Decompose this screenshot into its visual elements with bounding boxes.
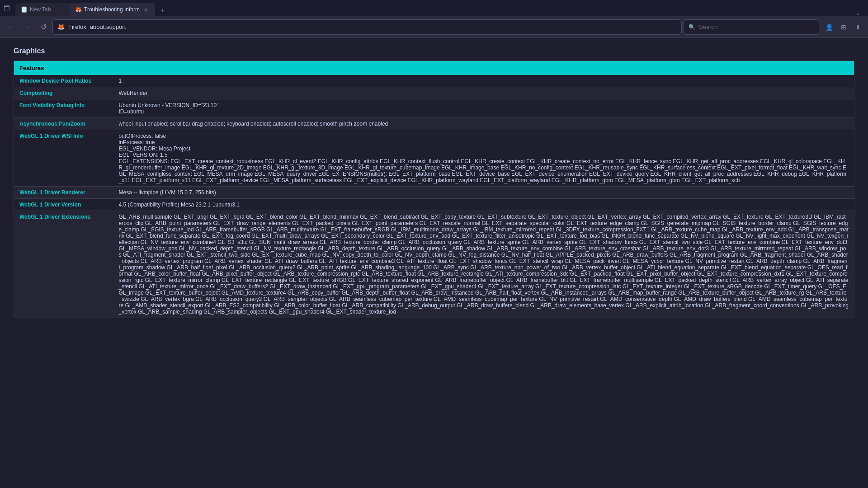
table-row-label: Compositing <box>14 87 113 99</box>
title-bar: 🗔 🗒️ New Tab 🦊 Troubleshooting Inform ✕ … <box>0 0 868 16</box>
table-row-value: wheel input enabled; scrollbar drag enab… <box>113 118 854 130</box>
table-row-label: WebGL 1 Driver Renderer <box>14 187 113 199</box>
table-row: WebGL 1 Driver RendererMesa -- llvmpipe … <box>14 187 854 199</box>
add-tab-button[interactable]: + <box>157 5 169 16</box>
toolbar: ← → ↺ 🦊 Firefox about:support 🔍 👤 ⊞ ⬇ <box>0 16 868 38</box>
tab-troubleshooting[interactable]: 🦊 Troubleshooting Inform ✕ <box>70 3 155 16</box>
firefox-label: Firefox <box>68 23 86 30</box>
table-row-value: WebRender <box>113 87 854 99</box>
address-text: about:support <box>90 23 126 30</box>
table-row-label: WebGL 1 Driver Extensions <box>14 211 113 318</box>
table-row-label: Window Device Pixel Ratios <box>14 75 113 87</box>
table-row: Font Visibility Debug InfoUbuntu Unknown… <box>14 99 854 118</box>
table-body: Window Device Pixel Ratios1CompositingWe… <box>14 75 854 318</box>
table-row: CompositingWebRender <box>14 87 854 99</box>
table-row-label: WebGL 1 Driver Version <box>14 199 113 211</box>
table-row: WebGL 1 Driver WSI InfooutOfProcess: fal… <box>14 130 854 187</box>
toolbar-end-buttons: 👤 ⊞ ⬇ <box>823 21 864 33</box>
back-button[interactable]: ← <box>4 20 18 34</box>
tab-new-tab[interactable]: 🗒️ New Tab <box>15 3 70 16</box>
table-row-value: Ubuntu Unknown - VERSION_ID="23.10" ID=u… <box>113 99 854 118</box>
table-row-value: 4.5 (Compatibility Profile) Mesa 23.2.1-… <box>113 199 854 211</box>
extensions-button[interactable]: ⬇ <box>852 21 864 33</box>
table-row-value: GL_ARB_multisample GL_EXT_abgr GL_EXT_bg… <box>113 211 854 318</box>
forward-button[interactable]: → <box>20 20 34 34</box>
search-input[interactable] <box>699 23 814 30</box>
table-row-label: Font Visibility Debug Info <box>14 99 113 118</box>
page-content: Graphics Features Window Device Pixel Ra… <box>0 38 868 488</box>
search-icon: 🔍 <box>689 24 695 30</box>
table-row-label: WebGL 1 Driver WSI Info <box>14 130 113 187</box>
tab-troubleshooting-label: Troubleshooting Inform <box>84 6 140 13</box>
firefox-logo-icon: 🦊 <box>57 23 65 30</box>
table-row-value: 1 <box>113 75 854 87</box>
tabs-container: 🗒️ New Tab 🦊 Troubleshooting Inform ✕ + … <box>15 0 864 16</box>
section-title: Graphics <box>14 47 854 55</box>
tab-end: ⌄ <box>169 9 864 16</box>
table-row: Asynchronous Pan/Zoomwheel input enabled… <box>14 118 854 130</box>
reload-button[interactable]: ↺ <box>36 20 51 34</box>
search-bar[interactable]: 🔍 <box>684 19 819 35</box>
table-header-row: Features <box>14 61 854 75</box>
tabs-end-button[interactable]: ⌄ <box>855 9 861 16</box>
table-row: WebGL 1 Driver Version4.5 (Compatibility… <box>14 199 854 211</box>
firefox-tab-icon: 🦊 <box>75 6 81 13</box>
table-row: Window Device Pixel Ratios1 <box>14 75 854 87</box>
table-row: WebGL 1 Driver ExtensionsGL_ARB_multisam… <box>14 211 854 318</box>
profile-button[interactable]: 👤 <box>823 21 835 33</box>
tab-new-tab-label: New Tab <box>30 6 64 13</box>
grid-button[interactable]: ⊞ <box>837 21 850 33</box>
new-tab-icon: 🗒️ <box>21 6 27 13</box>
table-row-value: Mesa -- llvmpipe (LLVM 15.0.7, 256 bits) <box>113 187 854 199</box>
window-controls: 🗔 <box>4 5 10 12</box>
table-row-label: Asynchronous Pan/Zoom <box>14 118 113 130</box>
window-icon: 🗔 <box>4 5 10 12</box>
address-bar[interactable]: 🦊 Firefox about:support <box>52 19 682 35</box>
table-header-features: Features <box>14 61 854 75</box>
tab-close-button[interactable]: ✕ <box>142 6 150 13</box>
graphics-table: Features Window Device Pixel Ratios1Comp… <box>14 61 854 318</box>
table-row-value: outOfProcess: false inProcess: true EGL_… <box>113 130 854 187</box>
